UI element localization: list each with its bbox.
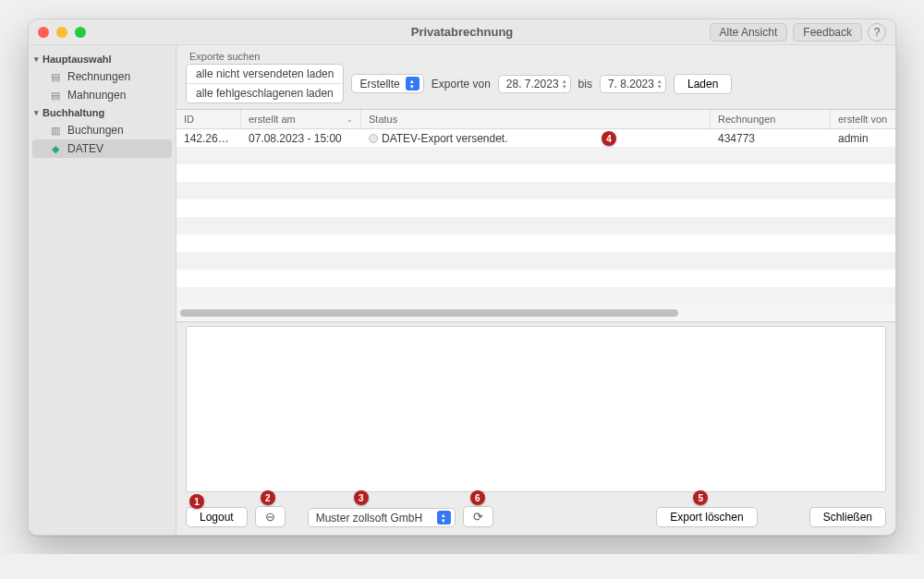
app-window: Privatabrechnung Alte Ansicht Feedback ?… [28, 18, 896, 536]
from-label: Exporte von [432, 78, 491, 90]
date-to-field[interactable]: 7. 8.2023 ▴▾ [600, 75, 666, 93]
col-created-by[interactable]: erstellt von [831, 110, 895, 128]
sidebar-item-datev[interactable]: ◆ DATEV [32, 139, 172, 158]
filter-type-select[interactable]: Erstellte ▴▾ [351, 74, 423, 93]
load-button[interactable]: Laden [674, 74, 732, 94]
sidebar-section-label: Buchhaltung [43, 107, 104, 118]
delete-export-button[interactable]: Export löschen [656, 507, 757, 527]
scrollbar-thumb[interactable] [180, 309, 678, 317]
callout-5: 5 [693, 490, 708, 505]
feedback-button[interactable]: Feedback [793, 23, 862, 42]
table-body: 142.263.6... 07.08.2023 - 15:00 DATEV-Ex… [176, 129, 895, 305]
date-to-value: 7. 8.2023 [608, 78, 654, 90]
toolbar: Exporte suchen alle nicht versendeten la… [176, 45, 895, 109]
chevron-down-icon: ▾ [34, 108, 39, 117]
callout-2: 2 [261, 490, 275, 505]
sidebar-section-label: Hauptauswahl [43, 54, 112, 65]
sort-indicator-icon: ⌄ [346, 115, 353, 124]
company-select[interactable]: Muster zollsoft GmbH ▴▾ [308, 508, 456, 527]
ledger-icon: ▥ [49, 124, 62, 137]
to-label: bis [578, 78, 592, 90]
help-button[interactable]: ? [868, 23, 886, 42]
close-window-icon[interactable] [38, 27, 49, 38]
col-created-label: erstellt am [249, 114, 296, 125]
sidebar-section-hauptauswahl[interactable]: ▾ Hauptauswahl [29, 51, 176, 67]
alte-ansicht-button[interactable]: Alte Ansicht [710, 23, 788, 42]
sidebar-item-label: Buchungen [67, 124, 124, 137]
sidebar-item-mahnungen[interactable]: ▤ Mahnungen [29, 86, 176, 104]
table-row [176, 287, 895, 305]
sidebar: ▾ Hauptauswahl ▤ Rechnungen ▤ Mahnungen … [29, 45, 176, 535]
preview-pane [186, 326, 886, 492]
zoom-window-icon[interactable] [75, 27, 86, 38]
table-header: ID erstellt am ⌄ Status Rechnungen erste… [176, 110, 895, 129]
filter-type-value: Erstellte [359, 78, 399, 90]
cell-status-text: DATEV-Export versendet. [382, 132, 508, 145]
minus-circle-icon [265, 510, 275, 524]
sidebar-item-label: Mahnungen [67, 89, 126, 102]
titlebar: Privatabrechnung Alte Ansicht Feedback ? [29, 19, 895, 45]
table-row [176, 182, 895, 199]
table-row [176, 270, 895, 287]
updown-arrows-icon: ▴▾ [406, 77, 419, 90]
stepper-icon[interactable]: ▴▾ [658, 78, 662, 90]
col-invoices[interactable]: Rechnungen [711, 110, 831, 128]
close-button[interactable]: Schließen [809, 507, 886, 527]
cell-created-by: admin [831, 130, 895, 147]
table-row [176, 147, 895, 164]
logout-button[interactable]: Logout [186, 507, 248, 527]
sidebar-section-buchhaltung[interactable]: ▾ Buchhaltung [29, 104, 176, 121]
table-row [176, 164, 895, 182]
col-id[interactable]: ID [176, 110, 241, 128]
callout-6: 6 [470, 490, 485, 505]
datev-icon: ◆ [49, 142, 62, 155]
sidebar-item-rechnungen[interactable]: ▤ Rechnungen [29, 67, 176, 86]
main-content: Exporte suchen alle nicht versendeten la… [176, 45, 895, 535]
table-row [176, 199, 895, 217]
sidebar-item-label: Rechnungen [67, 70, 130, 83]
chevron-down-icon: ▾ [34, 54, 39, 64]
sidebar-item-buchungen[interactable]: ▥ Buchungen [29, 121, 176, 139]
stepper-icon[interactable]: ▴▾ [563, 78, 566, 90]
load-unsent-button[interactable]: alle nicht versendeten laden [187, 65, 343, 83]
table-row [176, 252, 895, 270]
cell-status: DATEV-Export versendet. [361, 130, 711, 147]
document-icon: ▤ [49, 89, 62, 102]
cell-id: 142.263.6... [176, 130, 241, 147]
table-row [176, 217, 895, 235]
table-row [176, 235, 895, 252]
table-row[interactable]: 142.263.6... 07.08.2023 - 15:00 DATEV-Ex… [176, 129, 895, 147]
callout-3: 3 [354, 490, 369, 505]
footer: 1 Logout 2 3 Muster zollsoft GmbH ▴▾ 6 [176, 494, 895, 535]
date-from-value: 28. 7.2023 [506, 78, 559, 90]
cell-invoices: 434773 [711, 130, 831, 147]
load-filter-stack: alle nicht versendeten laden alle fehlge… [186, 64, 344, 103]
col-status[interactable]: Status [361, 110, 711, 128]
refresh-icon [473, 510, 483, 524]
status-dot-icon [369, 134, 378, 143]
col-created[interactable]: erstellt am ⌄ [241, 110, 361, 128]
exports-table: ID erstellt am ⌄ Status Rechnungen erste… [176, 109, 895, 322]
company-value: Muster zollsoft GmbH [316, 512, 422, 525]
remove-button[interactable] [255, 506, 286, 527]
date-from-field[interactable]: 28. 7.2023 ▴▾ [498, 75, 571, 93]
document-icon: ▤ [49, 70, 62, 83]
minimize-window-icon[interactable] [56, 27, 67, 38]
toolbar-search-label: Exporte suchen [189, 51, 886, 62]
updown-arrows-icon: ▴▾ [437, 511, 451, 525]
sidebar-item-label: DATEV [67, 142, 103, 155]
load-failed-button[interactable]: alle fehlgeschlagenen laden [187, 83, 343, 103]
cell-created: 07.08.2023 - 15:00 [241, 130, 361, 147]
window-controls [38, 27, 86, 38]
refresh-button[interactable] [463, 506, 493, 527]
horizontal-scrollbar[interactable] [176, 305, 895, 321]
